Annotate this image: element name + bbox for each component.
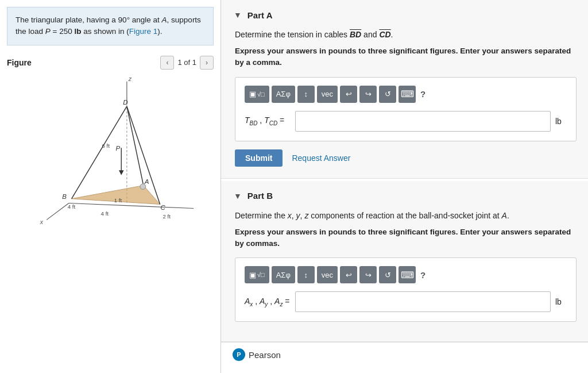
figure-header: Figure ‹ 1 of 1 ›: [7, 52, 214, 73]
pearson-text: Pearson: [249, 350, 281, 360]
svg-text:z: z: [128, 76, 132, 82]
part-a-title: Part A: [247, 10, 273, 20]
part-b-input-row: Ax , Ay , Az = lb: [245, 291, 567, 312]
part-b-matrix-sqrt-button[interactable]: ▣√□: [245, 266, 269, 283]
svg-text:D: D: [123, 99, 127, 106]
svg-text:B: B: [62, 193, 67, 199]
svg-text:4 ft: 4 ft: [101, 210, 109, 216]
part-a-unit: lb: [555, 117, 567, 126]
figure-link[interactable]: Figure 1: [129, 27, 158, 36]
svg-point-14: [140, 183, 146, 189]
svg-line-9: [72, 106, 127, 198]
svg-text:P: P: [116, 145, 121, 152]
part-b-greek-symbols-button[interactable]: ΑΣφ: [272, 266, 295, 283]
problem-description: The triangular plate, having a 90° angle…: [7, 7, 214, 45]
svg-line-0: [47, 203, 69, 220]
svg-text:6 ft: 6 ft: [102, 143, 110, 149]
svg-text:1 ft: 1 ft: [114, 197, 122, 203]
svg-text:C: C: [161, 204, 166, 211]
part-a-actions: Submit Request Answer: [235, 149, 577, 167]
part-b-answer-box: ▣√□ ΑΣφ ↕ vec ↩ ↪ ↺ ⌨ ? Ax , Ay , Az =: [235, 257, 577, 322]
svg-text:A: A: [144, 178, 149, 184]
pearson-logo: P Pearson: [233, 348, 281, 361]
part-b-arrows-button[interactable]: ↕: [297, 266, 315, 283]
figure-section: Figure ‹ 1 of 1 › x y z: [0, 52, 220, 228]
figure-prev-button[interactable]: ‹: [160, 56, 174, 70]
figure-navigation: ‹ 1 of 1 ›: [160, 56, 214, 70]
part-a-collapse-button[interactable]: ▼: [233, 9, 243, 21]
part-b-title: Part B: [247, 191, 273, 201]
svg-line-8: [127, 106, 144, 185]
greek-symbols-button[interactable]: ΑΣφ: [272, 86, 295, 103]
pearson-circle-icon: P: [233, 348, 245, 361]
part-b-instruction-sub: Express your answers in pounds to three …: [235, 226, 577, 250]
part-b-redo-button[interactable]: ↪: [359, 266, 377, 283]
part-b-matrix-icon: ▣: [249, 271, 256, 279]
keyboard-button[interactable]: ⌨: [399, 86, 416, 103]
part-b-section: ▼ Part B Determine the x, y, z component…: [221, 181, 588, 343]
footer-bar: P Pearson: [221, 342, 588, 367]
part-b-input-label: Ax , Ay , Az =: [245, 297, 291, 307]
part-b-unit: lb: [555, 297, 567, 306]
help-button[interactable]: ?: [418, 89, 428, 99]
figure-svg: x y z D B A: [27, 76, 194, 225]
part-a-instruction-sub: Express your answers in pounds to three …: [235, 45, 577, 69]
part-b-undo-button[interactable]: ↩: [340, 266, 357, 283]
svg-line-2: [69, 203, 194, 209]
arrows-button[interactable]: ↕: [297, 86, 315, 103]
part-b-instruction-main: Determine the x, y, z components of reac…: [235, 210, 577, 222]
part-a-answer-box: ▣√□ ΑΣφ ↕ vec ↩ ↪ ↺ ⌨ ? TBD , TCD =: [235, 77, 577, 141]
part-a-input-row: TBD , TCD = lb: [245, 111, 567, 132]
part-b-content: Determine the x, y, z components of reac…: [233, 210, 577, 322]
part-a-section: ▼ Part A Determine the tension in cables…: [221, 0, 588, 179]
matrix-sqrt-button[interactable]: ▣√□: [245, 86, 269, 103]
redo-button[interactable]: ↪: [359, 86, 377, 103]
part-a-toolbar: ▣√□ ΑΣφ ↕ vec ↩ ↪ ↺ ⌨ ?: [245, 86, 567, 103]
part-a-header: ▼ Part A: [233, 9, 577, 21]
figure-count: 1 of 1: [177, 58, 196, 67]
part-b-answer-input[interactable]: [295, 291, 551, 312]
undo-button[interactable]: ↩: [340, 86, 357, 103]
svg-text:2 ft: 2 ft: [163, 213, 171, 220]
figure-next-button[interactable]: ›: [200, 56, 214, 70]
left-panel: The triangular plate, having a 90° angle…: [0, 0, 221, 373]
part-a-content: Determine the tension in cables BD and C…: [233, 29, 577, 167]
refresh-button[interactable]: ↺: [379, 86, 396, 103]
part-b-vec-button[interactable]: vec: [317, 266, 338, 283]
svg-text:4 ft: 4 ft: [68, 203, 76, 210]
part-b-collapse-button[interactable]: ▼: [233, 190, 243, 202]
svg-text:x: x: [40, 218, 44, 225]
part-b-toolbar: ▣√□ ΑΣφ ↕ vec ↩ ↪ ↺ ⌨ ?: [245, 266, 567, 283]
request-answer-button[interactable]: Request Answer: [292, 153, 350, 163]
part-b-keyboard-button[interactable]: ⌨: [399, 266, 416, 283]
part-a-instruction-main: Determine the tension in cables BD and C…: [235, 29, 577, 41]
part-b-header: ▼ Part B: [233, 190, 577, 202]
submit-button[interactable]: Submit: [235, 149, 283, 167]
part-a-answer-input[interactable]: [295, 111, 551, 132]
part-a-input-label: TBD , TCD =: [245, 116, 291, 126]
vec-button[interactable]: vec: [317, 86, 338, 103]
part-b-refresh-button[interactable]: ↺: [379, 266, 396, 283]
part-b-help-button[interactable]: ?: [418, 270, 428, 280]
figure-title: Figure: [7, 58, 32, 67]
figure-image: x y z D B A: [7, 73, 214, 228]
matrix-icon: ▣: [249, 90, 256, 98]
right-panel: ▼ Part A Determine the tension in cables…: [221, 0, 588, 373]
